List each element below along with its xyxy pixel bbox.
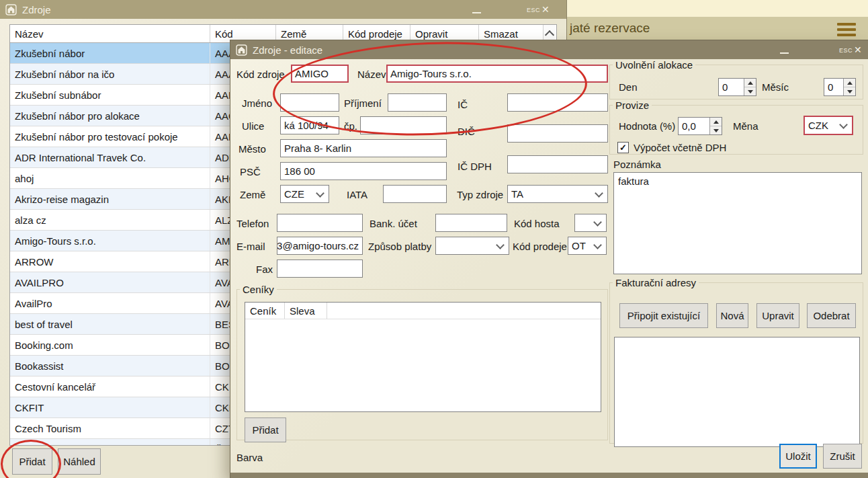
cell-nazev[interactable]: alza cz: [10, 210, 210, 230]
dialog-bottom-frame: [230, 473, 868, 478]
close-icon[interactable]: [854, 45, 862, 54]
mena-combobox[interactable]: CZK: [804, 116, 853, 135]
kod-zdroje-input[interactable]: AMIGO: [291, 65, 349, 83]
nazev-input[interactable]: Amigo-Tours s.r.o.: [386, 65, 608, 83]
cell-nazev[interactable]: Zkušební nábor: [10, 43, 210, 63]
addresses-listbox[interactable]: [614, 337, 860, 447]
typ-zdroje-combobox[interactable]: TA: [507, 185, 608, 203]
label-prijmeni: Příjmení: [344, 97, 382, 109]
ceniky-group: Ceníky Ceník Sleva Přidat: [236, 284, 608, 440]
dialog-titlebar: Zdroje - editace ESC: [230, 40, 868, 59]
cancel-button[interactable]: Zrušit: [823, 444, 862, 469]
email-input[interactable]: ı3@amigo-tours.cz: [277, 237, 363, 255]
spin-down-icon[interactable]: [844, 87, 855, 95]
cell-nazev[interactable]: best of travel: [10, 314, 210, 334]
label-dic: DIČ: [458, 126, 475, 137]
dic-input[interactable]: [507, 124, 608, 143]
mesto-input[interactable]: Praha 8- Karlin: [280, 139, 447, 157]
ceniky-legend: Ceníky: [243, 284, 274, 295]
provize-legend: Provize: [615, 99, 649, 111]
chevron-up-icon: [544, 30, 554, 40]
edit-address-button[interactable]: Upravit: [756, 303, 799, 328]
add-source-button[interactable]: Přidat: [12, 448, 52, 475]
cell-nazev[interactable]: ARROW: [10, 251, 210, 272]
esc-label: ESC: [839, 47, 853, 54]
label-ic-dph: IČ DPH: [458, 161, 492, 172]
den-spinner[interactable]: 0: [718, 78, 756, 96]
label-psc: PSČ: [240, 166, 261, 177]
dialog-title: Zdroje - editace: [253, 44, 322, 56]
cell-nazev[interactable]: čedok: [10, 439, 210, 446]
fax-input[interactable]: [277, 260, 363, 278]
house-icon: [5, 4, 17, 15]
label-mena: Měna: [733, 120, 758, 132]
ulice-input[interactable]: ká 100/94: [280, 116, 339, 134]
column-header-nazev[interactable]: Název: [10, 25, 210, 42]
new-address-button[interactable]: Nová: [716, 303, 748, 328]
zpusob-platby-combobox[interactable]: [435, 237, 509, 255]
label-ulice: Ulice: [242, 120, 264, 132]
label-fax: Fax: [256, 264, 273, 275]
label-jmeno: Jméno: [242, 97, 272, 109]
cell-nazev[interactable]: Bookassist: [10, 356, 210, 376]
vat-checkbox[interactable]: Výpočet včetně DPH: [617, 142, 726, 153]
ceniky-add-button[interactable]: Přidat: [245, 417, 286, 442]
cell-nazev[interactable]: Czech Tourism: [10, 418, 210, 438]
ic-dph-input[interactable]: [507, 155, 608, 173]
label-hodnota: Hodnota (%): [619, 120, 675, 132]
cell-nazev[interactable]: ADR International Travek Co.: [10, 147, 210, 167]
label-kod-zdroje: Kód zdroje: [236, 69, 285, 80]
label-iata: IATA: [347, 189, 367, 200]
psc-input[interactable]: 186 00: [280, 162, 447, 180]
telefon-input[interactable]: [277, 214, 363, 232]
zeme-combobox[interactable]: CZE: [280, 185, 329, 203]
minimize-icon[interactable]: [472, 12, 481, 13]
cell-nazev[interactable]: Zkušební nábor pro alokace: [10, 106, 210, 126]
spin-up-icon[interactable]: [844, 79, 855, 87]
cell-nazev[interactable]: ahoj: [10, 168, 210, 188]
ic-input[interactable]: [507, 93, 608, 112]
cell-nazev[interactable]: Booking.com: [10, 335, 210, 355]
cell-nazev[interactable]: Zkušební nábor na ičo: [10, 64, 210, 84]
kod-prodeje-combobox[interactable]: OT: [568, 237, 607, 255]
cell-nazev[interactable]: AVAILPRO: [10, 272, 210, 292]
ceniky-listbox[interactable]: Ceník Sleva: [245, 302, 601, 412]
spin-down-icon[interactable]: [710, 126, 722, 134]
cp-input[interactable]: [360, 116, 447, 134]
cell-nazev[interactable]: Zkušební subnábor: [10, 85, 210, 105]
uvolneni-legend: Uvolnění alokace: [615, 59, 693, 71]
kod-hosta-combobox[interactable]: [574, 214, 607, 232]
hamburger-menu-icon[interactable]: [837, 23, 856, 36]
vat-checkbox-label: Výpočet včetně DPH: [634, 142, 726, 153]
column-header-cenik[interactable]: Ceník: [245, 303, 285, 319]
hodnota-value[interactable]: 0,0: [679, 118, 709, 134]
den-value[interactable]: 0: [719, 79, 744, 95]
spin-up-icon[interactable]: [744, 79, 756, 87]
ceniky-header: Ceník Sleva: [245, 303, 601, 319]
bank-ucet-input[interactable]: [435, 214, 507, 232]
close-icon[interactable]: [541, 5, 550, 14]
spin-down-icon[interactable]: [744, 87, 756, 95]
iata-input[interactable]: [383, 185, 447, 203]
cell-nazev[interactable]: Zkušební nábor pro testovací pokoje: [10, 126, 210, 147]
hodnota-spinner[interactable]: 0,0: [678, 117, 722, 135]
cell-nazev[interactable]: Amigo-Tours s.r.o.: [10, 231, 210, 251]
spin-up-icon[interactable]: [710, 118, 722, 126]
cell-nazev[interactable]: CKFIT: [10, 397, 210, 417]
column-header-sleva[interactable]: Sleva: [285, 303, 327, 319]
jmeno-input[interactable]: [280, 93, 339, 112]
attach-existing-button[interactable]: Připojit existující: [619, 303, 708, 328]
remove-address-button[interactable]: Odebrat: [807, 303, 856, 328]
poznamka-textarea[interactable]: faktura: [613, 172, 862, 274]
cell-nazev[interactable]: AvailPro: [10, 293, 210, 313]
save-button[interactable]: Uložit: [779, 444, 817, 469]
prijmeni-input[interactable]: [388, 93, 447, 112]
esc-label: ESC: [527, 7, 540, 13]
minimize-icon[interactable]: [780, 52, 789, 54]
cell-nazev[interactable]: Akrizo-reise magazin: [10, 189, 210, 209]
label-cp: čp.: [344, 120, 357, 132]
mesic-value[interactable]: 0: [824, 79, 843, 95]
mesic-spinner[interactable]: 0: [824, 78, 856, 96]
preview-button[interactable]: Náhled: [58, 448, 101, 475]
cell-nazev[interactable]: Cestovní kancelář: [10, 376, 210, 397]
